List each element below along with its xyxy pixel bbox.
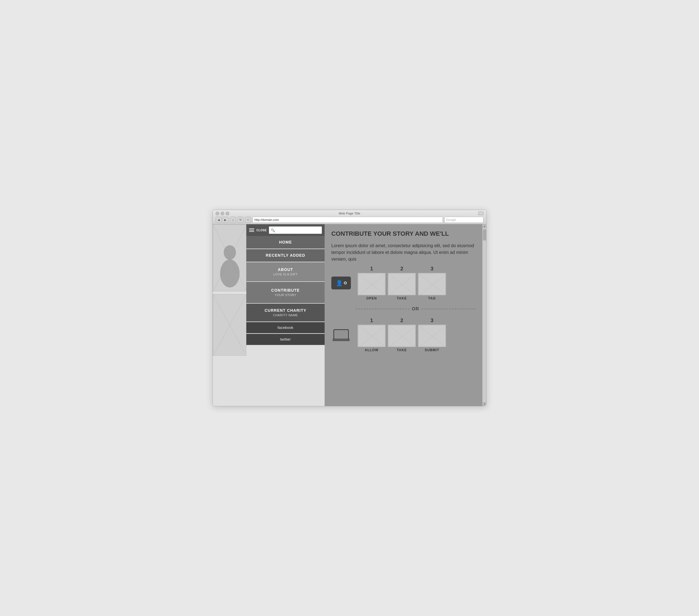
person-icon: 👤 [336,280,343,286]
svg-point-4 [220,260,240,287]
hamburger-line-1 [249,228,254,229]
desktop-step1-num: 1 [358,318,385,324]
camera-icon-inner: 👤 [336,280,347,286]
desktop-step-numbers: 1 2 3 [355,318,476,324]
desktop-step1-img [358,325,385,347]
nav-top-bar: CLOSE 🔍 [246,224,325,236]
main-content: CONTRIBUTE YOUR STORY AND WE'LL Lorem ip… [325,224,482,406]
reload-btn[interactable]: ↻ [237,217,243,223]
mobile-step3-img [418,273,446,295]
left-sidebar [213,224,246,406]
mobile-step1-img [358,273,385,295]
scrollbar-up[interactable]: ▲ [483,224,487,228]
nav-item-about[interactable]: ABOUT LOVE IS A GIFT [246,262,325,281]
scrollbar-handle[interactable] [483,229,486,240]
or-divider: OR [331,306,476,312]
desktop-step2-num: 2 [388,318,416,324]
laptop-icon [333,329,350,342]
mobile-step-numbers: 1 2 3 [355,266,476,272]
plus-btn[interactable]: + [245,217,251,223]
mobile-step1-num: 1 [358,266,385,272]
browser-titlebar: Web Page Title ◀ ▶ ⌂ ↻ + http://domain.c… [213,210,486,224]
or-text: OR [412,306,419,312]
mobile-step-labels: OPEN TAKE TAG [355,297,476,300]
mobile-step1-label: OPEN [358,297,385,300]
desktop-step-labels: ALLOW TAKE SUBMIT [355,348,476,352]
home-btn[interactable]: ⌂ [230,217,236,223]
instructions-section: 👤 1 2 3 [331,266,476,352]
address-bar[interactable]: http://domain.com [252,217,443,223]
main-title: CONTRIBUTE YOUR STORY AND WE'LL [331,230,476,238]
close-label: CLOSE [256,229,267,232]
back-btn[interactable]: ◀ [215,217,222,223]
hamburger-line-3 [249,231,254,232]
nav-row: ◀ ▶ ⌂ ↻ + http://domain.com Google [215,217,484,223]
camera-icon-box: 👤 [331,277,351,289]
mobile-steps-container: 1 2 3 [355,266,476,300]
desktop-step3-label: SUBMIT [418,348,446,352]
close-window-btn[interactable] [215,212,219,215]
nav-item-contribute[interactable]: CONTRIBUTE YOUR STORY [246,282,325,303]
hamburger-line-2 [249,230,254,231]
nav-item-twitter[interactable]: twitter [246,334,325,345]
nav-item-facebook[interactable]: facebook [246,322,325,333]
desktop-step3-num: 3 [418,318,446,324]
maximize-window-btn[interactable] [226,212,229,215]
nav-item-home[interactable]: HOME [246,236,325,249]
browser-content: CLOSE 🔍 HOME RECENTLY ADDED ABOUT LOVE I… [213,224,486,406]
scrollbar-track [483,228,486,402]
desktop-step2-img [388,325,416,347]
desktop-step2-label: TAKE [388,348,416,352]
search-placeholder: Google [446,218,456,221]
left-image-top [213,224,246,291]
scrollbar-down[interactable]: ▼ [483,402,487,406]
nav-item-recently-added[interactable]: RECENTLY ADDED [246,249,325,262]
lens-icon [344,281,347,284]
hamburger-icon[interactable] [249,228,254,232]
nav-items: HOME RECENTLY ADDED ABOUT LOVE IS A GIFT… [246,236,325,345]
nav-item-contribute-sub: YOUR STORY [249,293,322,297]
forward-btn[interactable]: ▶ [222,217,228,223]
mobile-step2-num: 2 [388,266,416,272]
nav-panel: CLOSE 🔍 HOME RECENTLY ADDED ABOUT LOVE I… [246,224,325,406]
mobile-instructions-row: 👤 1 2 3 [331,266,476,300]
left-image-bottom [213,294,246,356]
svg-point-3 [224,245,236,260]
svg-rect-18 [335,330,347,338]
desktop-step-images [355,325,476,347]
desktop-steps-container: 1 2 3 [355,318,476,352]
desktop-instructions-row: 1 2 3 [331,318,476,352]
browser-window: Web Page Title ◀ ▶ ⌂ ↻ + http://domain.c… [212,210,487,406]
mobile-step-images [355,273,476,295]
laptop-icon-box [331,327,351,342]
left-image-top-placeholder [213,224,246,291]
nav-item-about-sub: LOVE IS A GIFT [249,273,322,276]
svg-rect-20 [339,339,343,340]
mobile-step2-label: TAKE [388,297,416,300]
window-controls [215,212,229,215]
title-row: Web Page Title [215,212,484,215]
desktop-step3-img [418,325,446,347]
dashed-line-left [355,309,410,309]
scrollbar[interactable]: ▲ ▼ [482,224,486,406]
nav-item-charity-sub: CHARITY NAME [249,313,322,317]
window-expand-btn[interactable] [478,212,484,215]
nav-search-input[interactable]: 🔍 [269,226,322,234]
search-bar[interactable]: Google [444,217,484,223]
address-text: http://domain.com [254,218,279,221]
nav-arrows: ◀ ▶ [215,217,228,223]
left-image-bottom-placeholder [213,294,246,356]
mobile-step3-label: TAG [418,297,446,300]
dashed-line-right [421,309,476,309]
nav-item-charity[interactable]: CURRENT CHARITY CHARITY NAME [246,304,325,322]
browser-title: Web Page Title [339,212,360,215]
mobile-step3-num: 3 [418,266,446,272]
mobile-step2-img [388,273,416,295]
minimize-window-btn[interactable] [221,212,224,215]
main-body: Lorem ipsum dolor sit amet, consectetur … [331,243,476,263]
desktop-step1-label: ALLOW [358,348,385,352]
search-icon: 🔍 [271,228,275,232]
